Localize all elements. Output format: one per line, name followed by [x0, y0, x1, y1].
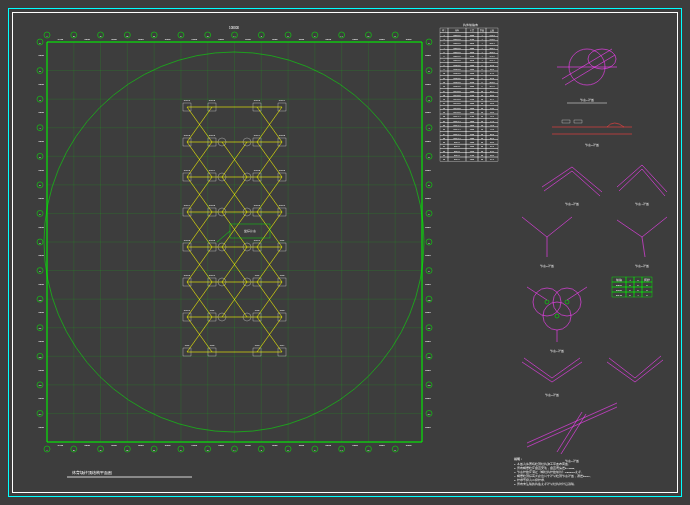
svg-text:33.9: 33.9 — [490, 150, 495, 152]
svg-text:D: D — [126, 449, 128, 452]
svg-text:4: 4 — [481, 42, 483, 44]
svg-text:9: 9 — [443, 68, 445, 70]
detail-node-2: 节点2详图 — [552, 120, 632, 147]
svg-text:1: 1 — [428, 42, 430, 45]
svg-text:8000: 8000 — [38, 369, 44, 372]
svg-text:GKL5: GKL5 — [184, 239, 191, 242]
svg-text:8: 8 — [428, 242, 430, 245]
svg-text:2: 2 — [646, 284, 648, 287]
svg-text:8000: 8000 — [425, 197, 431, 200]
svg-text:4: 4 — [481, 47, 483, 49]
svg-text:16: 16 — [481, 115, 484, 117]
svg-text:D219: D219 — [616, 284, 623, 287]
svg-text:8000: 8000 — [38, 169, 44, 172]
svg-text:8: 8 — [629, 284, 631, 287]
svg-text:KZ1: KZ1 — [280, 239, 285, 242]
svg-line-657 — [642, 165, 667, 192]
svg-point-677 — [555, 314, 559, 318]
svg-text:D219×8: D219×8 — [453, 38, 461, 40]
svg-text:4: 4 — [637, 294, 639, 297]
svg-text:E: E — [153, 449, 155, 452]
svg-text:94.9: 94.9 — [490, 72, 495, 74]
svg-line-654 — [572, 171, 600, 196]
svg-text:GKL1: GKL1 — [184, 99, 191, 102]
svg-text:1650: 1650 — [470, 90, 475, 92]
svg-text:D114×4: D114×4 — [453, 137, 461, 139]
svg-text:G: G — [207, 35, 209, 38]
svg-text:L: L — [314, 35, 316, 38]
svg-text:8000: 8000 — [425, 140, 431, 143]
svg-text:4: 4 — [428, 127, 430, 130]
svg-text:D140×5: D140×5 — [453, 111, 461, 113]
svg-text:29: 29 — [443, 154, 446, 156]
detail-node-4: 节点4详图 — [617, 165, 667, 206]
svg-text:8000: 8000 — [38, 311, 44, 314]
svg-text:2: 2 — [646, 294, 648, 297]
svg-text:8000: 8000 — [425, 340, 431, 343]
svg-line-666 — [642, 217, 667, 237]
svg-text:2420: 2420 — [470, 38, 475, 40]
svg-text:2870: 2870 — [470, 59, 475, 61]
svg-text:6: 6 — [428, 184, 430, 187]
detail-node-long: 节点9详图 — [527, 403, 617, 463]
svg-text:D168×6: D168×6 — [453, 68, 461, 70]
svg-text:GKL4: GKL4 — [184, 204, 191, 207]
svg-line-714 — [552, 358, 580, 378]
svg-text:8000: 8000 — [299, 444, 305, 447]
svg-text:5: 5 — [637, 289, 639, 292]
svg-text:D140: D140 — [616, 294, 623, 297]
svg-text:KZ3: KZ3 — [255, 344, 260, 347]
svg-text:1850: 1850 — [470, 64, 475, 66]
svg-text:8000: 8000 — [325, 38, 331, 41]
svg-text:8000: 8000 — [138, 444, 144, 447]
svg-text:8000: 8000 — [425, 311, 431, 314]
svg-line-720 — [527, 407, 617, 447]
svg-line-711 — [522, 362, 552, 382]
svg-text:2510: 2510 — [470, 42, 475, 44]
plan-caption: 体育场柱顶结构平面图 — [72, 470, 112, 475]
svg-line-673 — [567, 287, 587, 300]
svg-text:8000: 8000 — [84, 444, 90, 447]
svg-text:8000: 8000 — [272, 38, 278, 41]
svg-text:2000: 2000 — [470, 111, 475, 113]
svg-text:C: C — [100, 449, 102, 452]
svg-text:1450: 1450 — [470, 115, 475, 117]
svg-text:21: 21 — [443, 120, 446, 122]
svg-text:D219×8: D219×8 — [453, 55, 461, 57]
svg-point-676 — [565, 300, 569, 304]
svg-line-721 — [527, 403, 617, 443]
svg-text:25: 25 — [443, 137, 446, 139]
svg-text:GKL7: GKL7 — [254, 239, 261, 242]
svg-text:8000: 8000 — [379, 444, 385, 447]
svg-text:16: 16 — [481, 128, 484, 130]
svg-text:D219×8: D219×8 — [453, 59, 461, 61]
svg-text:规格: 规格 — [455, 29, 459, 32]
svg-text:32.2: 32.2 — [490, 145, 495, 147]
svg-text:35.6: 35.6 — [490, 154, 495, 156]
svg-text:48.2: 48.2 — [490, 128, 495, 130]
svg-text:8000: 8000 — [325, 444, 331, 447]
svg-text:5: 5 — [629, 294, 631, 297]
svg-text:2200: 2200 — [470, 85, 475, 87]
svg-text:D140×5: D140×5 — [453, 102, 461, 104]
svg-text:D219×8: D219×8 — [453, 51, 461, 53]
svg-text:节点2详图: 节点2详图 — [585, 143, 598, 147]
svg-line-719 — [635, 356, 661, 378]
svg-text:编号: 编号 — [442, 29, 446, 32]
svg-text:8000: 8000 — [425, 111, 431, 114]
svg-text:4: 4 — [481, 51, 483, 53]
svg-text:101.6: 101.6 — [489, 81, 495, 83]
svg-text:24: 24 — [443, 133, 446, 135]
detail-node-ybranch-l: 节点5详图 — [522, 217, 572, 268]
svg-text:8000: 8000 — [425, 283, 431, 286]
detail-node-lower-r — [607, 356, 663, 382]
svg-text:8: 8 — [481, 64, 483, 66]
svg-text:D114×4: D114×4 — [453, 115, 461, 117]
svg-rect-648 — [562, 120, 570, 123]
svg-text:14: 14 — [428, 413, 431, 416]
svg-text:12: 12 — [39, 356, 42, 359]
svg-text:1530: 1530 — [470, 158, 475, 160]
svg-text:20: 20 — [481, 141, 484, 143]
svg-line-717 — [635, 360, 663, 382]
viewport: ABCDEFGHJKLMNP ABCDEFGHJKLMNP 1234567891… — [12, 12, 678, 493]
